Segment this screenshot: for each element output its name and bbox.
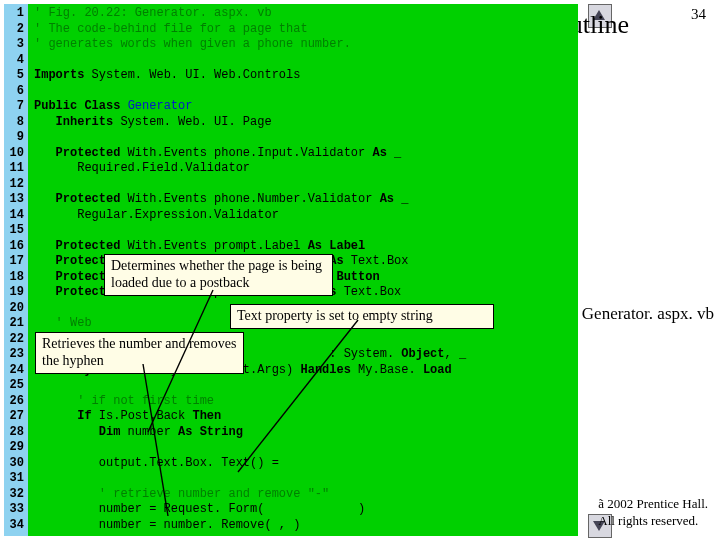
line-number: 21 <box>4 316 24 332</box>
copyright-block: ã 2002 Prentice Hall. All rights reserve… <box>598 495 708 530</box>
callout-postback: Determines whether the page is being loa… <box>104 254 333 296</box>
line-number-gutter: 1234567891011121314151617181920212223242… <box>4 4 28 536</box>
line-number: 20 <box>4 301 24 317</box>
line-number: 25 <box>4 378 24 394</box>
line-number: 7 <box>4 99 24 115</box>
line-number: 6 <box>4 84 24 100</box>
line-number: 28 <box>4 425 24 441</box>
line-number: 11 <box>4 161 24 177</box>
line-number: 22 <box>4 332 24 348</box>
line-number: 2 <box>4 22 24 38</box>
line-number: 3 <box>4 37 24 53</box>
line-number: 27 <box>4 409 24 425</box>
line-number: 9 <box>4 130 24 146</box>
line-number: 32 <box>4 487 24 503</box>
line-number: 12 <box>4 177 24 193</box>
line-number: 34 <box>4 518 24 534</box>
page-number: 34 <box>691 6 706 23</box>
line-number: 29 <box>4 440 24 456</box>
line-number: 5 <box>4 68 24 84</box>
line-number: 16 <box>4 239 24 255</box>
slide-root: 34 Outline Generator. aspx. vb ã 2002 Pr… <box>0 0 720 540</box>
line-number: 24 <box>4 363 24 379</box>
line-number: 10 <box>4 146 24 162</box>
line-number: 8 <box>4 115 24 131</box>
callout-retrieve-number: Retrieves the number and removes the hyp… <box>35 332 244 374</box>
copyright-line2: All rights reserved. <box>598 512 708 530</box>
line-number: 18 <box>4 270 24 286</box>
copyright-line1: ã 2002 Prentice Hall. <box>598 495 708 513</box>
line-number: 23 <box>4 347 24 363</box>
line-number: 30 <box>4 456 24 472</box>
line-number: 31 <box>4 471 24 487</box>
line-number: 26 <box>4 394 24 410</box>
code-listing: 1234567891011121314151617181920212223242… <box>4 4 578 536</box>
callout-text-empty: Text property is set to empty string <box>230 304 494 329</box>
line-number: 13 <box>4 192 24 208</box>
code-area: ' Fig. 20.22: Generator. aspx. vb ' The … <box>28 4 578 536</box>
line-number: 15 <box>4 223 24 239</box>
line-number: 14 <box>4 208 24 224</box>
line-number: 33 <box>4 502 24 518</box>
line-number: 4 <box>4 53 24 69</box>
line-number: 19 <box>4 285 24 301</box>
caption-filename: Generator. aspx. vb <box>582 304 714 324</box>
line-number: 17 <box>4 254 24 270</box>
line-number: 1 <box>4 6 24 22</box>
